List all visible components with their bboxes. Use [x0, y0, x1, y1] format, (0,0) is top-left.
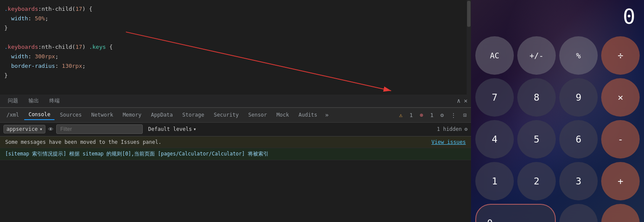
calc-btn-2[interactable]: 2 [517, 162, 556, 200]
bottom-controls: ∧ ✕ [457, 97, 468, 104]
warning-icon[interactable]: ⚠ [397, 111, 405, 120]
hidden-count-area: 1 hidden ⚙ [437, 126, 468, 132]
tab-icons: ⚠ 1 ⊗ 1 ⚙ ⋮ ⊡ [397, 111, 469, 120]
tab-sensor[interactable]: Sensor [244, 110, 271, 120]
code-line-8: } [0, 71, 471, 80]
service-selector[interactable]: appservice ▾ [3, 125, 45, 133]
devtools-tabs-bar: /xml Console Sources Network Memory AppD… [0, 108, 471, 123]
calculator-panel: 0 AC +/- % ÷ 7 8 9 × 4 5 6 - 1 2 3 + 0 . [471, 0, 644, 222]
vertical-dots-icon[interactable]: ⋮ [449, 111, 458, 120]
code-line-3: } [0, 23, 471, 33]
code-editor: .keyboards:nth-child(17) { width: 50%; }… [0, 0, 471, 95]
code-line-6: width: 300rpx; [0, 52, 471, 61]
view-issues-link[interactable]: View issues [432, 139, 466, 145]
calc-btn-9[interactable]: 9 [559, 78, 598, 117]
dock-icon[interactable]: ⊡ [461, 111, 469, 120]
code-text: . [4, 4, 8, 14]
console-messages: Some messages have been moved to the Iss… [0, 136, 471, 222]
tab-audits[interactable]: Audits [294, 110, 321, 120]
levels-label: Default levels [148, 126, 192, 132]
error-icon[interactable]: ⊗ [418, 111, 426, 120]
filter-input[interactable] [56, 124, 143, 134]
levels-dropdown[interactable]: Default levels ▾ [145, 125, 199, 133]
code-line-4 [0, 33, 471, 42]
tab-security[interactable]: Security [209, 110, 243, 120]
devtools-panel: .keyboards:nth-child(17) { width: 50%; }… [0, 0, 471, 222]
tab-mock[interactable]: Mock [272, 110, 293, 120]
code-line-7: border-radius: 130rpx; [0, 61, 471, 71]
calc-btn-divide[interactable]: ÷ [601, 36, 640, 75]
tab-more-icon[interactable]: » [323, 110, 331, 120]
issues-message-row: Some messages have been moved to the Iss… [0, 136, 471, 148]
calc-display-value: 0 [623, 4, 635, 29]
hidden-count-text: 1 hidden [437, 126, 462, 132]
calc-btn-4[interactable]: 4 [475, 120, 514, 159]
collapse-icon[interactable]: ∧ [457, 97, 460, 104]
warning-count: 1 [407, 111, 415, 120]
settings-icon[interactable]: ⚙ [438, 111, 446, 120]
calc-display: 0 [471, 0, 644, 33]
tab-terminal[interactable]: 终端 [45, 96, 64, 106]
calc-btn-equals[interactable]: = [601, 204, 640, 222]
tab-xml[interactable]: /xml [2, 110, 23, 120]
calc-btn-percent[interactable]: % [559, 36, 598, 75]
bottom-tabs-bar: 问题 输出 终端 ∧ ✕ [0, 95, 471, 108]
issues-message-text: Some messages have been moved to the Iss… [5, 139, 161, 145]
tab-issues[interactable]: 问题 [3, 96, 22, 106]
levels-arrow-icon: ▾ [193, 126, 196, 132]
console-toolbar: appservice ▾ 👁 Default levels ▾ 1 hidden… [0, 123, 471, 136]
tab-memory[interactable]: Memory [119, 110, 146, 120]
calc-btn-subtract[interactable]: - [601, 120, 640, 159]
tab-output[interactable]: 输出 [24, 96, 43, 106]
calc-btn-dot[interactable]: . [559, 204, 598, 222]
tab-sources[interactable]: Sources [55, 110, 86, 120]
calc-btn-multiply[interactable]: × [601, 78, 640, 117]
calc-btn-5[interactable]: 5 [517, 120, 556, 159]
code-line-5: .keyboards:nth-child(17) .keys { [0, 42, 471, 52]
code-line-2: width: 50%; [0, 14, 471, 23]
tab-network[interactable]: Network [87, 110, 118, 120]
scrollbar-thumb[interactable] [467, 1, 471, 27]
dropdown-arrow-icon: ▾ [39, 126, 42, 132]
calc-btn-plusminus[interactable]: +/- [517, 36, 556, 75]
tab-appdata[interactable]: AppData [147, 110, 177, 120]
calc-btn-8[interactable]: 8 [517, 78, 556, 117]
calc-btn-ac[interactable]: AC [475, 36, 514, 75]
sitemap-message-text: [sitemap 索引情况提示] 根据 sitemap 的规则[0],当前页面 … [5, 151, 269, 157]
calc-btn-6[interactable]: 6 [559, 120, 598, 159]
calc-buttons-grid: AC +/- % ÷ 7 8 9 × 4 5 6 - 1 2 3 + 0 . = [471, 33, 644, 222]
calc-btn-7[interactable]: 7 [475, 78, 514, 117]
calc-btn-3[interactable]: 3 [559, 162, 598, 200]
calc-content: 0 AC +/- % ÷ 7 8 9 × 4 5 6 - 1 2 3 + 0 . [471, 0, 644, 222]
error-count: 1 [428, 111, 436, 120]
eye-icon[interactable]: 👁 [48, 126, 54, 133]
calc-btn-1[interactable]: 1 [475, 162, 514, 200]
tab-storage[interactable]: Storage [178, 110, 209, 120]
code-line-1: .keyboards:nth-child(17) { [0, 4, 471, 14]
close-icon[interactable]: ✕ [464, 97, 468, 104]
tab-console[interactable]: Console [24, 110, 55, 120]
sitemap-message-row: [sitemap 索引情况提示] 根据 sitemap 的规则[0],当前页面 … [0, 148, 471, 160]
service-label: appservice [6, 126, 38, 132]
settings-console-icon[interactable]: ⚙ [465, 126, 468, 132]
calc-btn-add[interactable]: + [601, 162, 640, 200]
scrollbar[interactable] [467, 0, 471, 95]
calc-btn-0[interactable]: 0 [475, 204, 556, 222]
